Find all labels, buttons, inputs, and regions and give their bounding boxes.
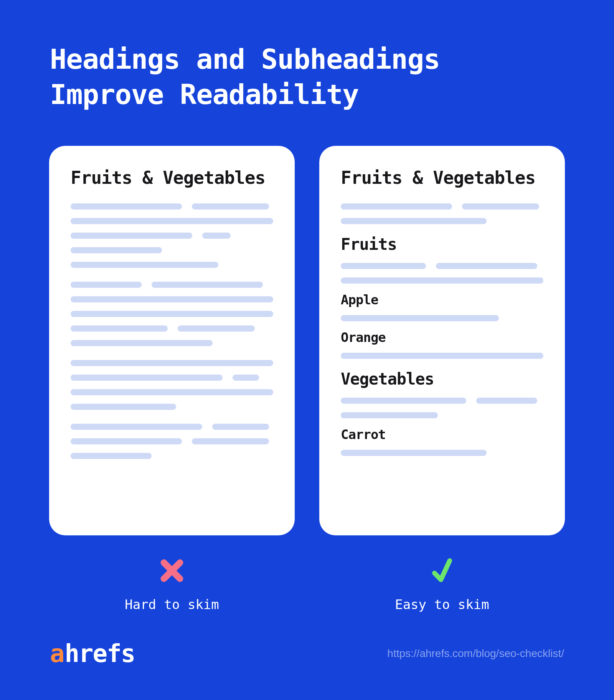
- subheading-h2: Fruits: [341, 235, 543, 254]
- subheading-h3: Carrot: [341, 427, 543, 442]
- cross-icon: [158, 557, 185, 584]
- paragraph-block: [341, 203, 543, 224]
- title-line-2: Improve Readability: [50, 77, 440, 112]
- logo-rest: hrefs: [65, 639, 135, 668]
- title-line-1: Headings and Subheadings: [50, 41, 440, 77]
- footer: ahrefs https://ahrefs.com/blog/seo-check…: [50, 639, 564, 668]
- paragraph-block: [341, 450, 543, 456]
- status-label-good: Easy to skim: [395, 597, 489, 612]
- example-right-column: Fruits & Vegetables Fruits Apple Orange …: [319, 146, 565, 612]
- card-title-left: Fruits & Vegetables: [71, 167, 273, 188]
- paragraph-block: [341, 353, 543, 359]
- subheading-h3: Orange: [341, 330, 543, 345]
- paragraph-block: [341, 263, 543, 284]
- paragraph-block: [71, 360, 273, 410]
- subheading-h3: Apple: [341, 292, 543, 307]
- paragraph-block: [71, 203, 273, 268]
- card-title-right: Fruits & Vegetables: [341, 167, 543, 188]
- paragraph-block: [341, 315, 543, 321]
- footer-url: https://ahrefs.com/blog/seo-checklist/: [387, 647, 564, 660]
- status-good: Easy to skim: [395, 556, 489, 612]
- status-label-bad: Hard to skim: [125, 597, 219, 612]
- paragraph-block: [341, 398, 543, 418]
- subheading-h2: Vegetables: [341, 370, 543, 388]
- logo-letter-a: a: [50, 639, 64, 668]
- example-left-column: Fruits & Vegetables: [49, 146, 295, 612]
- status-bad: Hard to skim: [125, 556, 219, 612]
- example-card-bad: Fruits & Vegetables: [49, 146, 295, 535]
- main-title: Headings and Subheadings Improve Readabi…: [50, 41, 440, 112]
- example-card-good: Fruits & Vegetables Fruits Apple Orange …: [319, 146, 565, 535]
- ahrefs-logo: ahrefs: [50, 639, 135, 668]
- paragraph-block: [71, 424, 273, 459]
- check-icon: [430, 555, 454, 586]
- paragraph-block: [71, 282, 273, 346]
